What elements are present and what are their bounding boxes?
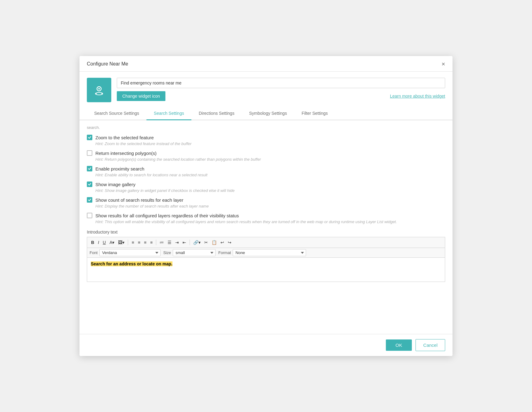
checkbox-image-gallery[interactable] bbox=[87, 182, 92, 187]
size-label: Size bbox=[163, 250, 171, 255]
widget-icon-svg bbox=[92, 83, 106, 97]
checkbox-row-image-gallery: Show image gallery bbox=[87, 182, 445, 187]
toolbar-bold-btn[interactable]: B bbox=[90, 239, 96, 246]
toolbar-align-right-btn[interactable]: ≡ bbox=[142, 239, 148, 246]
toolbar-ordered-list-btn[interactable]: ≔ bbox=[158, 239, 165, 246]
widget-actions: Change widget icon Learn more about this… bbox=[117, 91, 445, 101]
toolbar-sep-2 bbox=[156, 240, 156, 245]
checkbox-row-intersecting: Return intersecting polygon(s) bbox=[87, 150, 445, 156]
tab-directions[interactable]: Directions Settings bbox=[191, 107, 242, 120]
content-area: search. Zoom to the selected feature Hin… bbox=[79, 120, 453, 334]
modal-title: Configure Near Me bbox=[87, 61, 128, 67]
editor-toolbar: B I U A▾ 🖼▾ ≡ ≡ ≡ ≡ ≔ ☰ ⇥ ⇤ 🔗▾ ✂ 📋 ↩ bbox=[87, 237, 445, 248]
toolbar-redo-btn[interactable]: ↪ bbox=[226, 239, 233, 246]
widget-right: Change widget icon Learn more about this… bbox=[117, 78, 445, 101]
modal-footer: OK Cancel bbox=[79, 334, 453, 356]
format-select[interactable]: None Heading 1 Heading 2 Heading 3 Parag… bbox=[233, 249, 306, 256]
toolbar-sep-3 bbox=[190, 240, 190, 245]
toolbar-font-color-btn[interactable]: A▾ bbox=[108, 239, 116, 246]
checkbox-row-zoom: Zoom to the selected feature bbox=[87, 135, 445, 140]
widget-row: Change widget icon Learn more about this… bbox=[79, 72, 453, 107]
checkbox-count[interactable] bbox=[87, 197, 92, 203]
font-label: Font bbox=[90, 250, 98, 255]
toolbar-align-center-btn[interactable]: ≡ bbox=[136, 239, 142, 246]
tab-symbology[interactable]: Symbology Settings bbox=[242, 107, 294, 120]
tab-filter[interactable]: Filter Settings bbox=[294, 107, 335, 120]
hint-intersecting: Hint: Return polygon(s) containing the s… bbox=[95, 157, 445, 162]
editor-content[interactable]: Search for an address or locate on map. bbox=[87, 257, 445, 282]
toolbar-cut-btn[interactable]: ✂ bbox=[203, 239, 209, 246]
checkbox-all-layers-label: Show results for all configured layers r… bbox=[95, 213, 239, 218]
tab-search[interactable]: Search Settings bbox=[146, 107, 191, 120]
checkbox-intersecting-label: Return intersecting polygon(s) bbox=[95, 151, 157, 156]
font-row: Font Verdana Arial Times New Roman Couri… bbox=[87, 248, 445, 257]
checkbox-intersecting[interactable] bbox=[87, 150, 92, 156]
hint-image-gallery: Hint: Show image gallery in widget panel… bbox=[95, 188, 445, 193]
checkbox-proximity-label: Enable proximity search bbox=[95, 166, 144, 171]
toolbar-align-justify-btn[interactable]: ≡ bbox=[149, 239, 154, 246]
introductory-text-label: Introductory text bbox=[87, 230, 445, 234]
modal-body: Change widget icon Learn more about this… bbox=[79, 72, 453, 334]
svg-point-1 bbox=[98, 88, 100, 90]
close-icon[interactable]: × bbox=[441, 61, 445, 67]
checkbox-row-count: Show count of search results for each la… bbox=[87, 197, 445, 203]
checkbox-all-layers[interactable] bbox=[87, 213, 92, 218]
checkbox-count-label: Show count of search results for each la… bbox=[95, 197, 183, 203]
editor-highlighted-text: Search for an address or locate on map. bbox=[91, 261, 172, 266]
hint-zoom: Hint: Zoom to the selected feature inste… bbox=[95, 141, 445, 146]
size-select[interactable]: small medium large x-large bbox=[173, 249, 216, 256]
toolbar-link-btn[interactable]: 🔗▾ bbox=[192, 239, 202, 246]
toolbar-unordered-list-btn[interactable]: ☰ bbox=[166, 239, 173, 246]
checkbox-zoom-label: Zoom to the selected feature bbox=[95, 135, 154, 140]
checkbox-row-all-layers: Show results for all configured layers r… bbox=[87, 213, 445, 218]
modal-header: Configure Near Me × bbox=[79, 56, 453, 72]
widget-name-input[interactable] bbox=[117, 78, 445, 88]
configure-near-me-modal: Configure Near Me × Change widget icon L… bbox=[79, 56, 453, 356]
tab-search-source[interactable]: Search Source Settings bbox=[87, 107, 146, 120]
checkbox-image-gallery-label: Show image gallery bbox=[95, 182, 135, 187]
hint-all-layers: Hint: This option will enable the visibi… bbox=[95, 219, 445, 224]
toolbar-sep-1 bbox=[128, 240, 128, 245]
toolbar-indent-btn[interactable]: ⇥ bbox=[174, 239, 180, 246]
toolbar-undo-btn[interactable]: ↩ bbox=[219, 239, 226, 246]
widget-icon-box bbox=[87, 78, 111, 102]
toolbar-italic-btn[interactable]: I bbox=[96, 239, 101, 246]
toolbar-outdent-btn[interactable]: ⇤ bbox=[181, 239, 188, 246]
toolbar-copy-btn[interactable]: 📋 bbox=[210, 239, 218, 246]
change-icon-button[interactable]: Change widget icon bbox=[117, 91, 165, 101]
toolbar-align-left-btn[interactable]: ≡ bbox=[130, 239, 135, 246]
ok-button[interactable]: OK bbox=[386, 339, 412, 351]
checkbox-row-proximity: Enable proximity search bbox=[87, 166, 445, 171]
learn-more-link[interactable]: Learn more about this widget bbox=[390, 94, 445, 99]
font-select[interactable]: Verdana Arial Times New Roman Courier Ne… bbox=[99, 249, 161, 256]
toolbar-underline-btn[interactable]: U bbox=[101, 239, 107, 246]
tabs-row: Search Source Settings Search Settings D… bbox=[79, 107, 453, 120]
hint-proximity: Hint: Enable ability to search for locat… bbox=[95, 173, 445, 177]
hint-above: search. bbox=[87, 125, 445, 130]
format-label: Format bbox=[218, 250, 231, 255]
toolbar-image-btn[interactable]: 🖼▾ bbox=[116, 239, 126, 246]
checkbox-proximity[interactable] bbox=[87, 166, 92, 171]
hint-count: Hint: Display the number of search resul… bbox=[95, 204, 445, 208]
cancel-button[interactable]: Cancel bbox=[416, 339, 445, 351]
checkbox-zoom[interactable] bbox=[87, 135, 92, 140]
